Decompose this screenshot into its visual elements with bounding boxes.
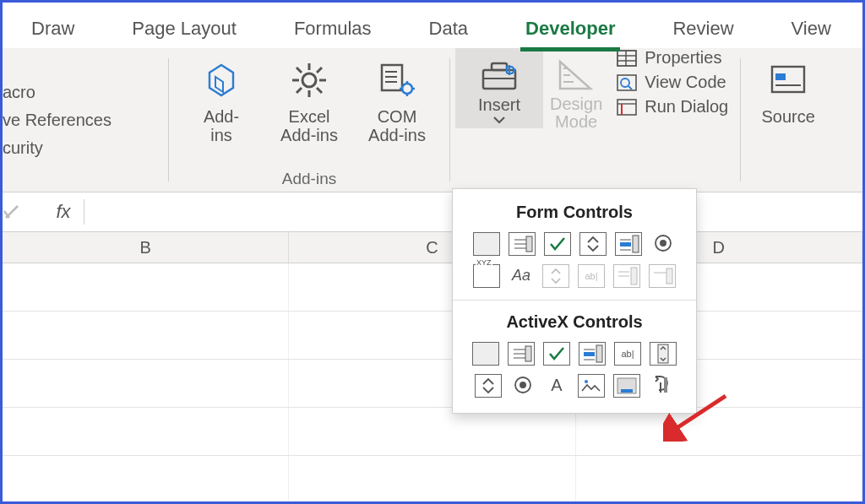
addins-button[interactable]: Add- ins — [183, 57, 259, 144]
tab-formulas[interactable]: Formulas — [291, 18, 375, 48]
ruler-triangle-icon — [555, 57, 597, 94]
ax-checkbox-icon[interactable] — [543, 342, 570, 366]
record-macro-partial[interactable]: acro — [3, 83, 163, 102]
column-headers[interactable]: B C D — [3, 232, 862, 263]
svg-rect-25 — [617, 51, 636, 66]
svg-rect-52 — [666, 268, 672, 284]
activex-controls-header: ActiveX Controls — [465, 312, 684, 332]
svg-rect-67 — [664, 377, 667, 393]
worksheet[interactable]: B C D — [3, 232, 862, 504]
ax-label-icon[interactable]: A — [544, 374, 569, 396]
svg-rect-50 — [631, 268, 637, 285]
grid-row[interactable] — [3, 312, 862, 360]
svg-rect-36 — [775, 73, 786, 80]
formula-bar: fx — [3, 192, 862, 232]
form-option-icon[interactable] — [650, 232, 676, 254]
insert-controls-button[interactable]: Insert — [455, 48, 543, 128]
tab-developer[interactable]: Developer — [522, 18, 618, 48]
ax-listbox-icon[interactable] — [579, 342, 606, 366]
gear-icon — [289, 57, 329, 104]
properties-button[interactable]: Properties — [616, 48, 728, 68]
cancel-icon[interactable] — [3, 204, 43, 219]
chevron-down-icon — [492, 115, 506, 125]
svg-rect-56 — [525, 346, 531, 361]
tab-page-layout[interactable]: Page Layout — [128, 18, 240, 48]
form-controls-row1 — [465, 232, 684, 256]
ax-textbox-icon[interactable]: ab| — [614, 342, 641, 366]
form-groupbox-icon[interactable]: XYZ — [473, 264, 500, 288]
source-button[interactable]: Source — [754, 57, 822, 126]
svg-point-30 — [621, 79, 629, 87]
form-controls-header: Form Controls — [465, 203, 684, 222]
svg-rect-66 — [621, 389, 633, 393]
activex-controls-row2: A — [465, 374, 684, 398]
svg-line-8 — [296, 88, 302, 93]
ax-option-icon[interactable] — [510, 374, 536, 396]
form-spin-icon[interactable] — [579, 232, 607, 256]
run-dialog-button[interactable]: Run Dialog — [616, 97, 728, 117]
grid-row[interactable] — [3, 456, 862, 504]
relative-references-partial[interactable]: ve References — [3, 111, 163, 130]
ax-image-icon[interactable] — [578, 374, 605, 398]
tab-review[interactable]: Review — [669, 18, 737, 48]
hexagon-icon — [203, 57, 240, 104]
controls-command-list: Properties View Code Run Dialog — [609, 48, 735, 117]
svg-point-64 — [585, 380, 588, 383]
svg-rect-45 — [633, 236, 639, 252]
svg-rect-41 — [526, 236, 532, 252]
excel-addins-button[interactable]: Excel Add-ins — [271, 57, 347, 144]
design-mode-button[interactable]: Design Mode — [543, 48, 609, 139]
grid-rows[interactable] — [3, 263, 862, 504]
svg-line-31 — [628, 86, 632, 89]
addins-group-label: Add-ins — [282, 170, 336, 188]
view-code-button[interactable]: View Code — [616, 73, 728, 92]
ribbon-body: acro ve References curity Add- ins Excel… — [3, 48, 862, 192]
svg-point-13 — [402, 84, 412, 94]
code-group-partial: acro ve References curity — [3, 48, 163, 192]
dialog-run-icon — [616, 98, 638, 117]
form-scrollbar-icon — [542, 264, 569, 288]
svg-rect-19 — [492, 63, 507, 70]
dropdown-separator — [453, 300, 696, 301]
svg-point-47 — [660, 240, 666, 247]
svg-line-7 — [317, 68, 322, 73]
activex-controls-row1: ab| — [465, 342, 684, 366]
separator — [740, 58, 741, 182]
ax-command-icon[interactable] — [472, 342, 499, 366]
fx-button[interactable]: fx — [43, 201, 84, 223]
macro-security-partial[interactable]: curity — [3, 138, 163, 158]
addins-group: Add- ins Excel Add-ins COM Add-ins Add-i… — [174, 48, 444, 192]
ax-combobox-icon[interactable] — [508, 342, 535, 366]
tab-draw[interactable]: Draw — [28, 18, 78, 48]
form-listbox-icon[interactable] — [615, 232, 642, 256]
form-textfield-icon: ab| — [578, 264, 605, 288]
ax-more-controls-icon[interactable] — [649, 374, 674, 396]
form-button-icon[interactable] — [473, 232, 500, 256]
form-checkbox-icon[interactable] — [544, 232, 571, 256]
form-combo-disabled-icon — [613, 264, 640, 288]
col-header-b[interactable]: B — [3, 232, 289, 263]
ax-scrollbar-icon[interactable] — [650, 342, 677, 366]
svg-point-63 — [520, 382, 526, 388]
com-addins-button[interactable]: COM Add-ins — [359, 57, 435, 144]
insert-controls-dropdown: Form Controls XYZ Aa ab| ActiveX Control… — [452, 188, 697, 414]
svg-line-5 — [296, 68, 302, 73]
list-gear-icon — [377, 57, 417, 104]
grid-row[interactable] — [3, 360, 862, 408]
separator — [168, 58, 169, 182]
svg-rect-32 — [617, 100, 636, 115]
ax-spin-icon[interactable] — [475, 374, 502, 398]
svg-point-0 — [302, 73, 316, 87]
grid-row[interactable] — [3, 408, 862, 456]
xml-group: Source — [746, 48, 830, 192]
svg-rect-60 — [596, 345, 602, 362]
tab-view[interactable]: View — [788, 18, 835, 48]
grid-row[interactable] — [3, 263, 862, 312]
source-pane-icon — [767, 57, 809, 104]
form-label-icon[interactable]: Aa — [509, 264, 534, 286]
separator — [449, 58, 450, 182]
tab-data[interactable]: Data — [426, 18, 471, 48]
form-combobox-icon[interactable] — [509, 232, 536, 256]
ax-toggle-icon[interactable] — [613, 374, 640, 398]
svg-rect-58 — [584, 352, 595, 356]
